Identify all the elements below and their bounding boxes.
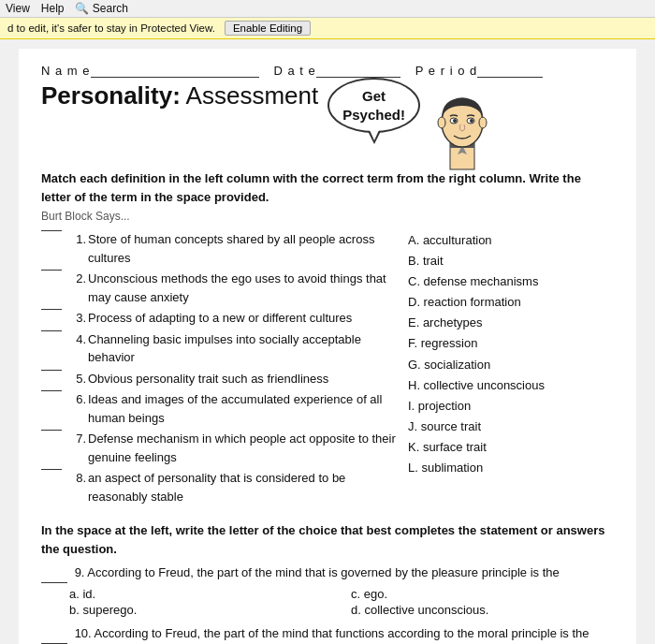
- right-items: A. acculturation B. trait C. defense mec…: [408, 230, 614, 478]
- protected-bar: d to edit, it's safer to stay in Protect…: [0, 18, 655, 39]
- svg-point-9: [479, 117, 487, 128]
- match-item-1: 1. Store of human concepts shared by all…: [41, 230, 399, 267]
- enable-editing-button[interactable]: Enable Editing: [225, 21, 311, 36]
- header-row: Match each definition in the left column…: [41, 169, 614, 215]
- page-content: N a m e D a t e P e r i o d Personality:…: [19, 49, 636, 644]
- header-fields: N a m e D a t e P e r i o d: [41, 64, 614, 78]
- num-7: 7.: [66, 430, 86, 448]
- question-10: 10. According to Freud, the part of the …: [41, 624, 614, 644]
- text-5: Obvious personality trait such as friend…: [88, 370, 399, 388]
- text-1: Store of human concepts shared by all pe…: [88, 230, 399, 267]
- section2: In the space at the left, write the lett…: [41, 521, 614, 644]
- q9-text: 9. According to Freud, the part of the m…: [41, 564, 614, 583]
- blank-4: [41, 330, 62, 331]
- blank-3: [41, 309, 62, 310]
- blank-2: [41, 270, 62, 271]
- text-7: Defense mechanism in which people act op…: [88, 430, 399, 466]
- window: View Help 🔍 Search d to edit, it's safer…: [0, 0, 655, 644]
- blank-5: [41, 370, 62, 371]
- speech-bubble: Get Psyched!: [328, 78, 420, 133]
- right-item-h: H. collective unconscious: [408, 375, 614, 396]
- num-5: 5.: [66, 370, 86, 388]
- match-item-2: 2. Unconscious methods the ego uses to a…: [41, 270, 399, 306]
- menu-search[interactable]: 🔍 Search: [75, 2, 127, 15]
- q9-answers: a. id. c. ego. b. superego. d. collectiv…: [41, 587, 614, 617]
- num-2: 2.: [66, 270, 86, 288]
- title-bold: Personality:: [41, 81, 181, 110]
- right-item-d: D. reaction formation: [408, 292, 614, 313]
- right-column: A. acculturation B. trait C. defense mec…: [408, 230, 614, 508]
- q9-blank: [41, 582, 67, 583]
- text-6: Ideas and images of the accumulated expe…: [88, 390, 399, 427]
- match-item-6: 6. Ideas and images of the accumulated e…: [41, 390, 399, 427]
- blank-6: [41, 390, 62, 391]
- match-item-7: 7. Defense mechanism in which people act…: [41, 430, 399, 466]
- menu-view[interactable]: View: [6, 2, 30, 15]
- match-section: 1. Store of human concepts shared by all…: [41, 230, 614, 508]
- num-1: 1.: [66, 230, 86, 249]
- protected-message: d to edit, it's safer to stay in Protect…: [7, 22, 215, 34]
- title-area: Personality: Assessment Get Psyched!: [41, 81, 614, 162]
- left-column: 1. Store of human concepts shared by all…: [41, 230, 408, 508]
- text-4: Channeling basic impulses into socially …: [88, 330, 399, 367]
- num-8: 8.: [66, 469, 86, 488]
- section2-instructions: In the space at the left, write the lett…: [41, 521, 614, 558]
- title-text: Personality: Assessment: [41, 81, 318, 110]
- q10-text: 10. According to Freud, the part of the …: [41, 624, 614, 644]
- bubble-line1: Get: [362, 88, 386, 104]
- match-instructions: Match each definition in the left column…: [41, 169, 614, 206]
- match-item-8: 8. an aspect of personality that is cons…: [41, 469, 399, 505]
- name-label: N a m e: [41, 64, 91, 78]
- question-9: 9. According to Freud, the part of the m…: [41, 564, 614, 617]
- q9-question: 9. According to Freud, the part of the m…: [75, 565, 560, 579]
- q9-d: d. collective unconscious.: [351, 603, 614, 617]
- right-item-k: K. surface trait: [408, 437, 614, 458]
- right-item-e: E. archetypes: [408, 313, 614, 333]
- num-4: 4.: [66, 330, 86, 349]
- match-item-3: 3. Process of adapting to a new or diffe…: [41, 309, 399, 328]
- title-normal: Assessment: [181, 81, 318, 110]
- burt-says-label: Burt Block Says...: [41, 210, 614, 223]
- date-label: D a t e: [274, 64, 316, 78]
- right-item-a: A. acculturation: [408, 230, 614, 251]
- svg-point-8: [438, 117, 445, 128]
- menu-help[interactable]: Help: [41, 2, 65, 15]
- text-2: Unconscious methods the ego uses to avoi…: [88, 270, 399, 306]
- q9-c: c. ego.: [351, 587, 614, 601]
- svg-point-7: [470, 119, 473, 123]
- right-item-i: I. projection: [408, 396, 614, 417]
- blank-1: [41, 230, 62, 231]
- right-item-f: F. regression: [408, 333, 614, 354]
- text-8: an aspect of personality that is conside…: [88, 469, 399, 505]
- right-item-l: L. sublimation: [408, 458, 614, 478]
- speech-bubble-area: Get Psyched!: [328, 78, 495, 162]
- q9-a: a. id.: [69, 587, 332, 601]
- blank-8: [41, 469, 62, 470]
- right-item-b: B. trait: [408, 251, 614, 271]
- match-item-5: 5. Obvious personality trait such as fri…: [41, 370, 399, 388]
- right-item-j: J. source trait: [408, 417, 614, 437]
- instructions-text: Match each definition in the left column…: [41, 171, 581, 204]
- blank-7: [41, 430, 62, 431]
- right-item-g: G. socialization: [408, 355, 614, 375]
- burt-figure: [429, 87, 495, 162]
- q10-question: 10. According to Freud, the part of the …: [75, 626, 590, 640]
- q9-b: b. superego.: [69, 603, 332, 617]
- right-item-c: C. defense mechanisms: [408, 271, 614, 292]
- svg-point-6: [453, 119, 457, 123]
- menu-bar: View Help 🔍 Search: [0, 0, 655, 18]
- name-line: [91, 77, 259, 78]
- period-label: P e r i o d: [415, 64, 477, 78]
- match-item-4: 4. Channeling basic impulses into social…: [41, 330, 399, 367]
- num-6: 6.: [66, 390, 86, 409]
- q10-blank: [41, 643, 67, 644]
- num-3: 3.: [66, 309, 86, 328]
- text-3: Process of adapting to a new or differen…: [88, 309, 399, 328]
- bubble-line2: Psyched!: [342, 107, 405, 123]
